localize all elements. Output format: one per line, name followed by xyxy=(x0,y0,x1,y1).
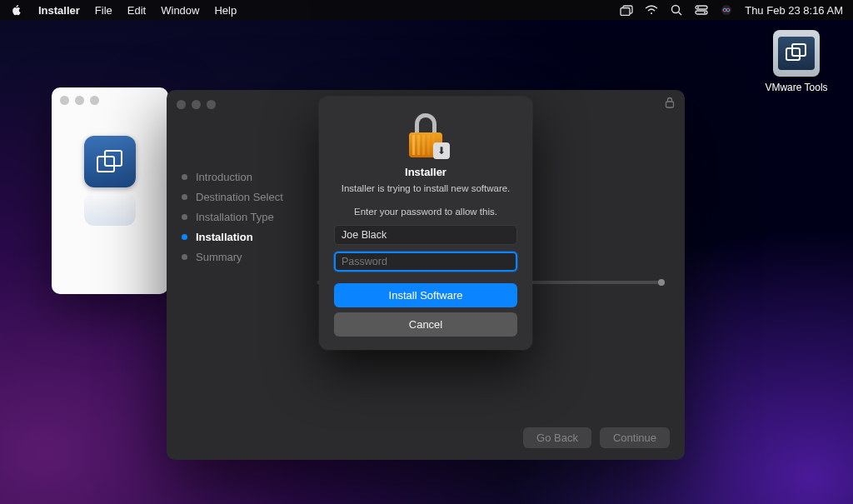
step-summary: Summary xyxy=(182,247,308,267)
menu-window[interactable]: Window xyxy=(161,4,199,17)
step-label: Installation xyxy=(196,231,253,243)
apple-menu-icon[interactable] xyxy=(10,3,23,17)
siri-icon[interactable] xyxy=(720,3,733,17)
minimize-icon[interactable] xyxy=(75,96,84,105)
wifi-icon[interactable] xyxy=(645,3,658,17)
zoom-icon[interactable] xyxy=(90,96,99,105)
continue-button[interactable]: Continue xyxy=(600,427,670,448)
auth-title: Installer xyxy=(334,166,517,178)
desktop-icon-vmware-tools[interactable]: VMware Tools xyxy=(763,30,830,93)
desktop-icon-label: VMware Tools xyxy=(763,82,830,93)
installer-badge-icon: ⬇ xyxy=(433,142,450,159)
step-type: Installation Type xyxy=(182,207,308,227)
go-back-button[interactable]: Go Back xyxy=(523,427,591,448)
auth-prompt: Enter your password to allow this. xyxy=(334,207,517,217)
step-destination: Destination Select xyxy=(182,187,308,207)
step-installation: Installation xyxy=(182,227,308,247)
svg-point-8 xyxy=(704,12,706,13)
install-software-button[interactable]: Install Software xyxy=(334,283,517,307)
step-label: Installation Type xyxy=(196,211,274,223)
close-icon[interactable] xyxy=(60,96,69,105)
menu-edit[interactable]: Edit xyxy=(127,4,146,17)
minimize-icon[interactable] xyxy=(192,100,201,109)
svg-rect-14 xyxy=(666,102,674,107)
cancel-button[interactable]: Cancel xyxy=(334,312,517,337)
svg-point-2 xyxy=(651,12,652,14)
spotlight-icon[interactable] xyxy=(670,3,683,17)
close-icon[interactable] xyxy=(177,100,186,109)
traffic-lights[interactable] xyxy=(60,96,99,105)
traffic-lights[interactable] xyxy=(177,100,216,109)
step-label: Summary xyxy=(196,251,242,263)
auth-dialog: ⬇ Installer Installer is trying to insta… xyxy=(319,97,532,350)
svg-rect-1 xyxy=(621,8,630,16)
background-window[interactable] xyxy=(52,87,168,294)
lock-icon xyxy=(665,97,675,112)
installer-steps: Introduction Destination Select Installa… xyxy=(167,118,317,422)
control-center-icon[interactable] xyxy=(695,3,708,17)
svg-line-4 xyxy=(679,12,682,16)
menubar-clock[interactable]: Thu Feb 23 8:16 AM xyxy=(745,4,843,17)
step-label: Introduction xyxy=(196,171,252,183)
installer-logo xyxy=(84,136,136,187)
disk-icon xyxy=(773,30,820,77)
menu-file[interactable]: File xyxy=(95,4,112,17)
step-introduction: Introduction xyxy=(182,167,308,187)
auth-message: Installer is trying to install new softw… xyxy=(334,183,517,193)
lock-large-icon: ⬇ xyxy=(405,112,446,157)
step-label: Destination Select xyxy=(196,191,283,203)
stage-manager-icon[interactable] xyxy=(620,3,633,17)
password-field[interactable] xyxy=(334,252,517,272)
menu-help[interactable]: Help xyxy=(214,4,237,17)
svg-point-6 xyxy=(697,7,699,8)
username-field[interactable] xyxy=(334,225,517,245)
svg-point-3 xyxy=(672,6,680,13)
app-name[interactable]: Installer xyxy=(38,4,80,17)
logo-reflection xyxy=(84,192,136,226)
zoom-icon[interactable] xyxy=(207,100,216,109)
menubar: Installer File Edit Window Help Thu Feb … xyxy=(0,0,853,20)
